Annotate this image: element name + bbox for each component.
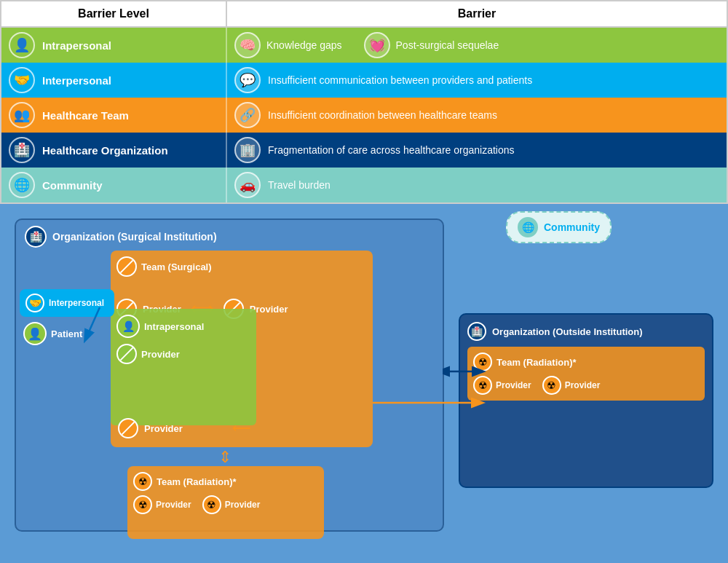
radiation-provider-2: ☢ Provider	[202, 495, 261, 514]
org-outside-icon: 🏥	[467, 322, 486, 341]
team-surgical-icon	[116, 256, 137, 277]
org-main-label-row: 🏥 Organization (Surgical Institution)	[16, 220, 443, 253]
radiation-providers-row: ☢ Provider ☢ Provider	[133, 495, 318, 514]
level-cell-community: 🌐 Community	[1, 168, 227, 202]
level-cell-intrapersonal: 👤 Intrapersonal	[1, 28, 227, 63]
barrier-table: Barrier Level Barrier 👤 Intrapersonal 🧠 …	[0, 0, 728, 204]
col1-header: Barrier Level	[1, 1, 227, 26]
vertical-arrow: ⇕	[218, 448, 232, 467]
level-label: Interpersonal	[42, 74, 111, 87]
team-surgical-box: Team (Surgical) Provider ⟺ Provider 👤	[111, 251, 373, 447]
team-surgical-label-row: Team (Surgical)	[116, 256, 367, 277]
level-label: Healthcare Organization	[42, 144, 168, 157]
level-label: Intrapersonal	[42, 39, 111, 52]
barrier-item-1: 🧠 Knowledge gaps	[234, 32, 342, 58]
org-arrow-svg	[443, 361, 486, 382]
barrier-item-2: 💓 Post-surgical sequelae	[364, 32, 499, 58]
table-row: 🌐 Community 🚗 Travel burden	[1, 168, 727, 202]
provider-bottom-icon	[118, 418, 138, 438]
barrier-dual: 🧠 Knowledge gaps 💓 Post-surgical sequela…	[234, 32, 499, 58]
fragmentation-icon: 🏢	[234, 137, 261, 163]
radiation-icon-1: ☢	[133, 472, 152, 491]
barrier-text: Fragmentation of care across healthcare …	[268, 144, 515, 156]
diagram-section: 🌐 Community 🏥 Organization (Surgical Ins…	[0, 204, 728, 563]
provider-bottom-label: Provider	[144, 423, 183, 434]
arrow-provider-bottom: ⟵	[232, 420, 251, 436]
interpersonal-icon-diag: 🤝	[25, 294, 44, 312]
level-label: Community	[42, 179, 103, 192]
postsurgical-icon: 💓	[364, 32, 390, 58]
table-row: 🏥 Healthcare Organization 🏢 Fragmentatio…	[1, 133, 727, 168]
level-cell-healthcare-team: 👥 Healthcare Team	[1, 98, 227, 133]
barrier-text: Insufficient coordination between health…	[268, 109, 497, 121]
table-row: 👥 Healthcare Team 🔗 Insufficient coordin…	[1, 98, 727, 133]
table-row: 👤 Intrapersonal 🧠 Knowledge gaps 💓 Post-…	[1, 28, 727, 63]
team-radiation-bottom-box: ☢ Team (Radiation)* ☢ Provider ☢ Provide…	[127, 466, 324, 539]
coordination-icon: 🔗	[234, 102, 261, 128]
level-cell-healthcare-org: 🏥 Healthcare Organization	[1, 133, 227, 168]
provider-green-row: Provider	[116, 344, 250, 364]
rad-outside-p-icon-2: ☢	[542, 376, 561, 395]
level-label: Healthcare Team	[42, 109, 129, 122]
healthcare-org-icon: 🏥	[9, 137, 35, 163]
intrapersonal-label-row: 👤 Intrapersonal	[116, 315, 250, 338]
provider-green-label: Provider	[141, 349, 180, 360]
patient-icon: 👤	[23, 322, 47, 345]
barrier-cell-interpersonal: 💬 Insufficient communication between pro…	[227, 63, 727, 98]
org-main-label: Organization (Surgical Institution)	[52, 231, 217, 243]
org-outside-box: 🏥 Organization (Outside Institution) ☢ T…	[459, 313, 713, 488]
org-outside-label-row: 🏥 Organization (Outside Institution)	[467, 322, 705, 341]
table-row: 🤝 Interpersonal 💬 Insufficient communica…	[1, 63, 727, 98]
radiation-provider-icon-2: ☢	[202, 495, 221, 514]
radiation-outside-provider-2: ☢ Provider	[542, 376, 601, 395]
radiation-provider-icon-1: ☢	[133, 495, 152, 514]
team-surgical-label: Team (Surgical)	[141, 261, 212, 272]
radiation-provider-label-1: Provider	[156, 500, 191, 510]
provider-arrow-svg	[369, 395, 489, 410]
intrapersonal-label: Intrapersonal	[144, 321, 204, 332]
team-radiation-label: Team (Radiation)*	[157, 476, 237, 487]
barrier-cell-intrapersonal: 🧠 Knowledge gaps 💓 Post-surgical sequela…	[227, 28, 727, 63]
travel-icon: 🚗	[234, 172, 261, 198]
interpersonal-icon: 🤝	[9, 67, 35, 93]
barrier-cell-community: 🚗 Travel burden	[227, 168, 727, 202]
barrier-text: Insufficient communication between provi…	[268, 74, 532, 86]
barrier-text-1: Knowledge gaps	[266, 39, 342, 51]
radiation-provider-1: ☢ Provider	[133, 495, 191, 514]
communication-icon: 💬	[234, 67, 261, 93]
org-outside-label: Organization (Outside Institution)	[492, 326, 643, 337]
healthcare-team-icon: 👥	[9, 102, 35, 128]
org-main-icon: 🏥	[25, 226, 47, 248]
barrier-cell-healthcare-team: 🔗 Insufficient coordination between heal…	[227, 98, 727, 133]
knowledge-icon: 🧠	[234, 32, 261, 58]
community-icon: 🌐	[9, 172, 35, 198]
level-cell-interpersonal: 🤝 Interpersonal	[1, 63, 227, 98]
provider-bottom-row: Provider ⟵	[118, 418, 251, 438]
diagram-canvas: 🏥 Organization (Surgical Institution) Te…	[15, 218, 713, 550]
team-radiation-outside-label: Team (Radiation)*	[496, 357, 577, 368]
barrier-text-2: Post-surgical sequelae	[396, 39, 499, 51]
intrapersonal-icon: 👤	[9, 32, 35, 58]
barrier-text: Travel burden	[268, 179, 331, 191]
rad-outside-p-label-2: Provider	[565, 380, 601, 390]
blue-arrow-svg	[63, 304, 136, 347]
team-radiation-outside-box: ☢ Team (Radiation)* ☢ Provider ☢ Provide…	[467, 347, 705, 401]
barrier-cell-healthcare-org: 🏢 Fragmentation of care across healthcar…	[227, 133, 727, 168]
table-header: Barrier Level Barrier	[1, 1, 727, 28]
col2-header: Barrier	[227, 1, 727, 26]
rad-outside-p-label-1: Provider	[496, 380, 531, 390]
radiation-provider-label-2: Provider	[225, 500, 261, 510]
team-radiation-label-row: ☢ Team (Radiation)*	[133, 472, 318, 491]
team-radiation-outside-label-row: ☢ Team (Radiation)*	[473, 353, 699, 371]
radiation-outside-providers: ☢ Provider ☢ Provider	[473, 376, 699, 395]
